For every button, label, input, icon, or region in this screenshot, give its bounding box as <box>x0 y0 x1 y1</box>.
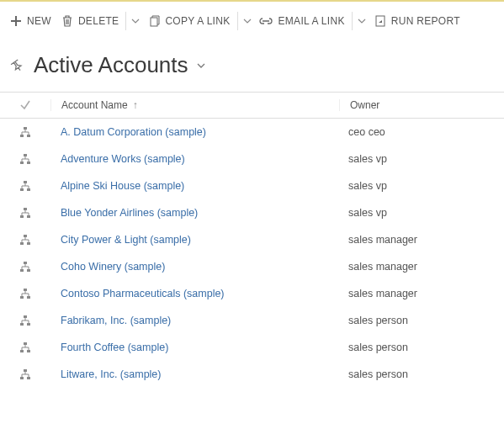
delete-label: DELETE <box>78 15 119 27</box>
owner-cell: sales manager <box>338 234 504 246</box>
owner-cell: sales vp <box>338 180 504 192</box>
account-name-cell[interactable]: Litware, Inc. (sample) <box>50 368 338 380</box>
svg-rect-23 <box>24 315 27 318</box>
hierarchy-icon[interactable] <box>0 234 50 246</box>
svg-rect-11 <box>24 208 27 210</box>
svg-rect-24 <box>20 323 24 326</box>
account-name-cell[interactable]: Contoso Pharmaceuticals (sample) <box>50 288 338 299</box>
view-header: Active Accounts <box>0 40 504 87</box>
hierarchy-icon[interactable] <box>0 342 50 353</box>
copy-link-dropdown[interactable] <box>240 2 255 40</box>
grid-body: A. Datum Corporation (sample)ceo ceoAdve… <box>0 119 504 388</box>
link-icon <box>260 17 273 25</box>
email-link-dropdown[interactable] <box>354 2 369 40</box>
account-name-cell[interactable]: A. Datum Corporation (sample) <box>50 126 338 138</box>
hierarchy-icon[interactable] <box>0 180 50 192</box>
svg-rect-22 <box>27 296 30 299</box>
sort-asc-icon: ↑ <box>133 99 138 111</box>
svg-rect-0 <box>151 18 157 26</box>
svg-rect-29 <box>24 369 27 372</box>
account-name-cell[interactable]: City Power & Light (sample) <box>50 234 338 246</box>
copy-icon <box>148 15 160 27</box>
hierarchy-icon[interactable] <box>0 288 50 299</box>
copy-link-label: COPY A LINK <box>165 15 230 27</box>
column-header-account-name[interactable]: Account Name ↑ <box>50 99 339 111</box>
owner-cell: sales person <box>338 368 504 380</box>
hierarchy-icon[interactable] <box>0 315 50 326</box>
hierarchy-icon[interactable] <box>0 261 50 273</box>
table-row[interactable]: Alpine Ski House (sample)sales vp <box>0 172 504 199</box>
grid-header-row: Account Name ↑ Owner <box>0 92 504 119</box>
new-label: NEW <box>27 15 51 27</box>
svg-rect-1 <box>376 16 385 26</box>
owner-cell: ceo ceo <box>338 126 504 138</box>
svg-rect-12 <box>20 215 24 218</box>
hierarchy-icon[interactable] <box>0 207 50 219</box>
separator <box>237 12 238 30</box>
svg-rect-20 <box>24 289 27 291</box>
svg-rect-27 <box>20 350 24 352</box>
report-icon <box>374 15 386 27</box>
column-header-owner[interactable]: Owner <box>339 99 504 111</box>
svg-rect-8 <box>24 181 27 183</box>
hierarchy-icon[interactable] <box>0 153 50 165</box>
account-name-cell[interactable]: Adventure Works (sample) <box>50 153 338 165</box>
svg-rect-21 <box>20 296 24 299</box>
owner-cell: sales manager <box>338 288 504 299</box>
table-row[interactable]: Fourth Coffee (sample)sales person <box>0 334 504 361</box>
account-name-cell[interactable]: Coho Winery (sample) <box>50 261 338 273</box>
copy-link-button[interactable]: COPY A LINK <box>143 2 235 40</box>
table-row[interactable]: Contoso Pharmaceuticals (sample)sales ma… <box>0 280 504 307</box>
separator <box>352 12 353 30</box>
svg-rect-5 <box>24 154 27 156</box>
svg-rect-25 <box>27 323 30 326</box>
svg-rect-7 <box>27 162 30 164</box>
pin-icon[interactable] <box>10 59 24 72</box>
separator <box>125 12 126 30</box>
svg-rect-2 <box>24 127 27 130</box>
table-row[interactable]: Coho Winery (sample)sales manager <box>0 253 504 280</box>
select-all-column[interactable] <box>0 99 50 111</box>
column-label: Account Name <box>61 99 128 111</box>
account-name-cell[interactable]: Alpine Ski House (sample) <box>50 180 338 192</box>
delete-dropdown[interactable] <box>128 2 143 40</box>
run-report-button[interactable]: RUN REPORT <box>369 2 465 40</box>
account-name-cell[interactable]: Blue Yonder Airlines (sample) <box>50 207 338 219</box>
hierarchy-icon[interactable] <box>0 126 50 138</box>
svg-rect-3 <box>20 135 24 137</box>
svg-rect-10 <box>27 188 30 191</box>
toolbar: NEW DELETE COPY A LINK EMAIL A LINK <box>0 2 504 40</box>
accounts-grid: Account Name ↑ Owner A. Datum Corporatio… <box>0 92 504 388</box>
plus-icon <box>10 15 22 27</box>
owner-cell: sales manager <box>338 261 504 273</box>
svg-rect-28 <box>27 350 30 352</box>
svg-rect-6 <box>20 162 24 164</box>
svg-rect-9 <box>20 188 24 191</box>
account-name-cell[interactable]: Fabrikam, Inc. (sample) <box>50 315 338 326</box>
table-row[interactable]: A. Datum Corporation (sample)ceo ceo <box>0 119 504 146</box>
svg-rect-13 <box>27 215 30 218</box>
hierarchy-icon[interactable] <box>0 368 50 380</box>
view-title: Active Accounts <box>34 52 188 78</box>
delete-button[interactable]: DELETE <box>56 2 124 40</box>
owner-cell: sales person <box>338 342 504 353</box>
svg-rect-26 <box>24 342 27 345</box>
svg-rect-30 <box>20 377 24 379</box>
table-row[interactable]: Litware, Inc. (sample)sales person <box>0 361 504 388</box>
new-button[interactable]: NEW <box>5 2 56 40</box>
email-link-label: EMAIL A LINK <box>279 15 345 27</box>
view-selector-dropdown[interactable] <box>197 61 205 70</box>
table-row[interactable]: Blue Yonder Airlines (sample)sales vp <box>0 199 504 226</box>
svg-rect-4 <box>27 135 30 137</box>
svg-rect-18 <box>20 269 24 272</box>
svg-rect-16 <box>27 242 30 245</box>
table-row[interactable]: Fabrikam, Inc. (sample)sales person <box>0 307 504 334</box>
svg-rect-14 <box>24 235 27 237</box>
table-row[interactable]: City Power & Light (sample)sales manager <box>0 226 504 253</box>
column-label: Owner <box>350 99 379 111</box>
owner-cell: sales vp <box>338 207 504 219</box>
owner-cell: sales vp <box>338 153 504 165</box>
email-link-button[interactable]: EMAIL A LINK <box>255 2 350 40</box>
account-name-cell[interactable]: Fourth Coffee (sample) <box>50 342 338 353</box>
table-row[interactable]: Adventure Works (sample)sales vp <box>0 146 504 172</box>
